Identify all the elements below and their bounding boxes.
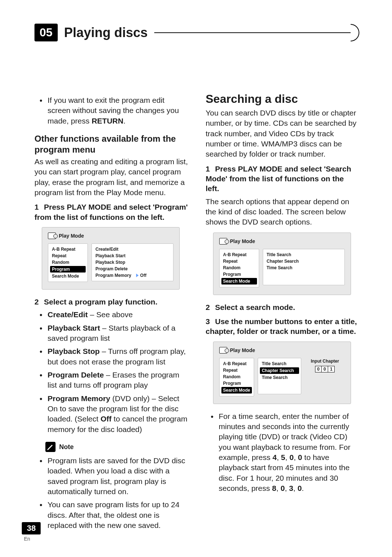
menu-item: Program [222, 380, 251, 387]
menu-item: Random [222, 374, 251, 380]
chapter-title: Playing discs [64, 25, 148, 40]
ui-title-text: Play Mode [59, 233, 84, 239]
ui-title-text: Play Mode [230, 347, 255, 353]
function-bullet: Playback Start – Starts playback of a sa… [48, 323, 188, 344]
menu-item: Random [222, 265, 256, 271]
step-text: Use the number buttons to enter a title,… [206, 317, 357, 335]
note-bullet: You can save program lists for up to 24 … [48, 500, 188, 530]
step-number: 3 [206, 316, 215, 326]
ui-left-pane: A-B RepeatRepeatRandomProgramSearch Mode [219, 358, 254, 396]
page-footer: 38 En [22, 522, 41, 542]
step-text: Press PLAY MODE and select 'Search Mode'… [206, 165, 351, 193]
input-digits: 001 [306, 366, 343, 372]
intro-bold: RETURN [91, 117, 123, 125]
ui-title: Play Mode [219, 347, 345, 354]
intro-bullet: If you want to exit the program edit scr… [48, 95, 188, 126]
note-bullet: Program lists are saved for the DVD disc… [48, 456, 188, 497]
ui-title: Play Mode [219, 238, 345, 245]
left-step-1: 1Press PLAY MODE and select 'Program' fr… [34, 202, 188, 222]
menu-item: Chapter Search [266, 258, 342, 265]
note-bullets: Program lists are saved for the DVD disc… [34, 456, 188, 530]
play-triangle-icon [136, 274, 139, 277]
input-label: Input Chapter [306, 359, 343, 364]
menu-item: Program Memory Off [95, 272, 170, 279]
menu-item: Title Search [261, 360, 298, 367]
menu-item: Program [222, 271, 256, 278]
intro-post: . [123, 117, 126, 125]
ui-right-pane: Create/EditPlayback StartPlayback StopPr… [91, 243, 173, 281]
play-mode-icon [219, 347, 227, 354]
step-number: 1 [34, 202, 44, 212]
right-column: Searching a disc You can search DVD disc… [206, 92, 360, 535]
menu-item: Playback Start [95, 253, 170, 259]
menu-item: Search Mode [221, 278, 257, 284]
digit-cell: 0 [315, 366, 322, 372]
ui-search-input: Play Mode A-B RepeatRepeatRandomProgramS… [213, 342, 351, 404]
menu-item: A-B Repeat [51, 246, 85, 253]
digit-cell: 0 [322, 366, 328, 372]
chapter-number-badge: 05 [34, 24, 58, 41]
menu-item: Random [51, 259, 85, 266]
play-mode-icon [48, 233, 56, 239]
step-text: Press PLAY MODE and select 'Program' fro… [34, 203, 188, 221]
left-step-2: 2Select a program play function. [34, 297, 188, 307]
menu-item: Program Delete [95, 266, 170, 272]
header-right: Playing discs [64, 24, 359, 41]
ui-program-menu: Play Mode A-B RepeatRepeatRandomProgramS… [42, 227, 180, 290]
menu-item: Search Mode [51, 273, 85, 279]
step-number: 2 [206, 302, 215, 312]
ui-right-pane: Title SearchChapter SearchTime Search [263, 249, 345, 285]
time-search-bullet: For a time search, enter the number of m… [219, 411, 360, 494]
ui-title: Play Mode [48, 233, 173, 239]
pencil-icon [45, 442, 56, 452]
function-bullets: Create/Edit – See abovePlayback Start – … [34, 310, 188, 435]
step-number: 1 [206, 164, 215, 174]
menu-item: Repeat [51, 253, 85, 259]
ui-input-box: Input Chapter 001 [305, 358, 345, 373]
header-rule [154, 24, 359, 41]
para-other-functions: As well as creating and editing a progra… [34, 157, 188, 198]
left-column: If you want to exit the program edit scr… [34, 92, 188, 535]
note-label: Note [59, 443, 74, 451]
page-number: 38 [22, 522, 41, 534]
menu-item: A-B Repeat [222, 360, 251, 367]
function-bullet: Program Delete – Erases the program list… [48, 370, 188, 391]
para-after-step1: The search options that appear depend on… [206, 197, 360, 227]
play-mode-icon [219, 238, 227, 245]
step-number: 2 [34, 297, 44, 307]
right-step-3: 3Use the number buttons to enter a title… [206, 316, 360, 336]
menu-item: Repeat [222, 258, 256, 265]
menu-item: Chapter Search [260, 367, 299, 374]
ui-search-menu: Play Mode A-B RepeatRepeatRandomProgramS… [213, 233, 351, 295]
function-bullet: Playback Stop – Turns off program play, … [48, 346, 188, 367]
function-bullet: Create/Edit – See above [48, 310, 188, 320]
note-row: Note [45, 442, 188, 452]
menu-item: Playback Stop [95, 259, 170, 266]
para-searching: You can search DVD discs by title or cha… [206, 108, 360, 160]
function-bullet: Program Memory (DVD only) – Select On to… [48, 393, 188, 435]
menu-item: Title Search [266, 251, 342, 258]
page-language: En [22, 536, 41, 542]
step-text: Select a search mode. [215, 303, 295, 311]
heading-other-functions: Other functions available from the progr… [34, 133, 188, 155]
digit-cell: 1 [328, 366, 335, 372]
right-step-1: 1Press PLAY MODE and select 'Search Mode… [206, 164, 360, 194]
menu-item: Create/Edit [95, 246, 170, 253]
step-text: Select a program play function. [44, 298, 158, 306]
page-header: 05 Playing discs [34, 24, 359, 41]
right-step-2: 2Select a search mode. [206, 302, 360, 312]
menu-item: A-B Repeat [222, 251, 256, 258]
menu-item: Time Search [261, 374, 298, 381]
menu-item: Repeat [222, 367, 251, 374]
menu-item: Time Search [266, 265, 342, 271]
ui-left-pane: A-B RepeatRepeatRandomProgramSearch Mode [219, 249, 259, 287]
heading-searching: Searching a disc [206, 92, 360, 106]
menu-item: Search Mode [221, 387, 252, 393]
ui-left-pane: A-B RepeatRepeatRandomProgramSearch Mode [48, 243, 88, 282]
menu-item: Program [50, 266, 86, 273]
ui-right-pane: Title SearchChapter SearchTime Search [258, 358, 301, 394]
ui-title-text: Play Mode [230, 238, 255, 244]
